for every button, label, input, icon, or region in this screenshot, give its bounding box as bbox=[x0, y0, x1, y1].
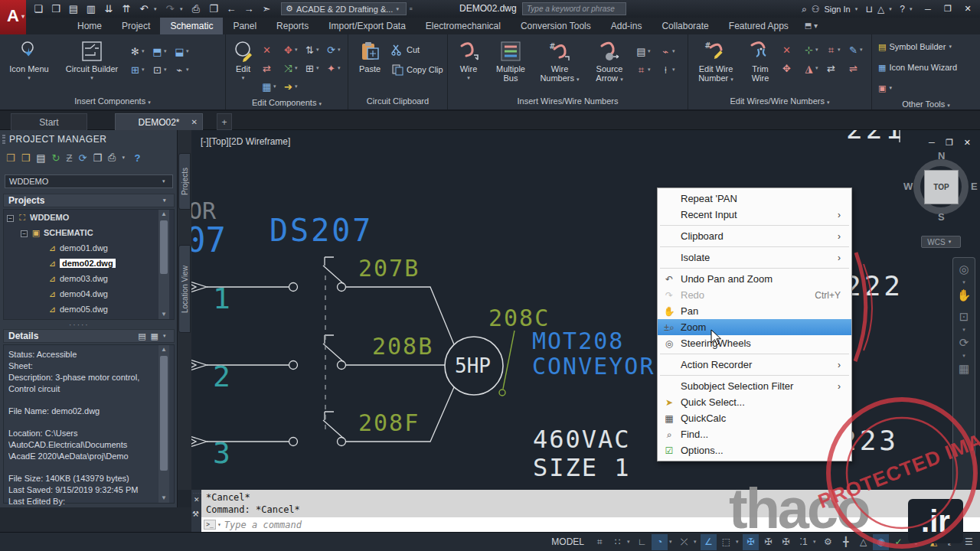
undo-caret-icon[interactable]: ▾ bbox=[154, 6, 160, 12]
chevron-down-icon[interactable]: ▾ bbox=[694, 539, 699, 545]
help-icon[interactable]: ? bbox=[900, 4, 905, 15]
cut-button[interactable]: Cut bbox=[391, 41, 443, 59]
revise-ladder-icon[interactable]: ⌗▾ bbox=[825, 41, 845, 59]
move-component-icon[interactable]: ✥▾ bbox=[282, 41, 302, 59]
tab-add-ins[interactable]: Add-ins bbox=[601, 18, 652, 34]
dot-tee-icon[interactable]: ⌗▾ bbox=[635, 60, 658, 79]
viewcube-east[interactable]: E bbox=[971, 181, 978, 192]
tab-project[interactable]: Project bbox=[112, 18, 160, 34]
ribbon-display-toggle-icon[interactable]: ⬒ ▾ bbox=[805, 18, 818, 34]
preview-view-icon[interactable]: ▦ bbox=[151, 330, 158, 342]
drawing-canvas[interactable]: [-][Top][2D Wireframe] ─ ❐ ✕ OR 07 DS207… bbox=[191, 130, 980, 490]
ortho-icon[interactable]: ∟ bbox=[634, 534, 650, 550]
align-icon[interactable]: ⟳▾ bbox=[325, 41, 345, 59]
menu-item-repeat-pan[interactable]: Repeat 'PAN bbox=[658, 191, 851, 207]
wire-numbers-button[interactable]: # Wire Numbers ▾ bbox=[535, 37, 584, 83]
other-tools-panel-label[interactable]: Other Tools ▾ bbox=[872, 97, 980, 112]
copy-clip-button[interactable]: Copy Clip bbox=[391, 60, 443, 79]
chevron-down-icon[interactable]: ▾ bbox=[962, 353, 965, 359]
multiple-bus-button[interactable]: Multiple Bus bbox=[489, 37, 532, 83]
icon-menu-wizard-button[interactable]: ▦ Icon Menu Wizard bbox=[878, 58, 957, 77]
minimize-button[interactable]: ─ bbox=[920, 5, 936, 14]
forward-icon[interactable]: → bbox=[241, 2, 256, 16]
tab-schematic[interactable]: Schematic bbox=[160, 18, 223, 34]
insert-plc-full-icon[interactable]: ⬒▾ bbox=[151, 42, 172, 60]
undo-icon[interactable]: ↶ bbox=[136, 2, 152, 16]
tab-demo02[interactable]: DEMO02* ✕ bbox=[115, 113, 203, 130]
restore-button[interactable]: ❐ bbox=[940, 4, 956, 14]
scroll-down-icon[interactable]: ▼ bbox=[158, 494, 169, 503]
tab-collaborate[interactable]: Collaborate bbox=[652, 18, 718, 34]
snap-mode-icon[interactable]: ∷ bbox=[609, 534, 626, 550]
minimize-button[interactable]: ─ bbox=[929, 138, 935, 148]
insert-plc-parametric-icon[interactable]: ⬓▾ bbox=[173, 42, 194, 60]
object-snap-tracking-icon[interactable]: ∠ bbox=[701, 534, 717, 550]
source-arrow-button[interactable]: Source Arrow ▾ bbox=[587, 37, 632, 83]
show-motion-icon[interactable]: ▦ bbox=[959, 362, 969, 376]
palette-splitter[interactable]: ····· bbox=[69, 321, 90, 329]
scrollbar-thumb[interactable] bbox=[160, 356, 168, 471]
zoom-extents-icon[interactable]: ⊡ bbox=[959, 310, 969, 324]
menu-item-find[interactable]: ⌕Find... bbox=[658, 426, 851, 442]
tab-home[interactable]: Home bbox=[67, 18, 112, 34]
customization-icon[interactable]: ☰ bbox=[961, 534, 977, 550]
autodesk-caret-icon[interactable]: ▾ bbox=[889, 6, 895, 12]
misc-tools-button[interactable]: ▣ ▾ bbox=[878, 79, 892, 97]
viewport-controls[interactable]: [-][Top][2D Wireframe] bbox=[201, 136, 290, 147]
viewcube-wcs-menu[interactable]: WCS ▾ bbox=[921, 236, 961, 248]
close-icon[interactable]: ✕ bbox=[194, 496, 200, 504]
edit-wires-panel-label[interactable]: Edit Wires/Wire Numbers ▾ bbox=[688, 94, 871, 109]
menu-item-isolate[interactable]: Isolate› bbox=[658, 249, 851, 266]
collapse-icon[interactable]: − bbox=[7, 215, 14, 222]
menu-item-pan[interactable]: ✋Pan bbox=[658, 303, 851, 319]
help-icon[interactable]: ? bbox=[134, 152, 140, 164]
polar-tracking-icon[interactable]: ◔ bbox=[652, 534, 668, 550]
details-scrollbar[interactable]: ▲ ▼ bbox=[158, 345, 169, 503]
plot-caret-icon[interactable]: ▾ bbox=[122, 155, 128, 161]
surfer-icon[interactable]: ✦▾ bbox=[325, 59, 345, 77]
tab-panel[interactable]: Panel bbox=[223, 18, 266, 34]
tree-node-schematic[interactable]: −▣SCHEMATIC bbox=[4, 225, 174, 240]
command-prompt-icon[interactable]: >_ bbox=[204, 520, 216, 530]
move-attribute-icon[interactable]: ➔▾ bbox=[282, 77, 302, 96]
sign-in-caret-icon[interactable]: ▾ bbox=[855, 6, 861, 12]
flip-wire-number-icon[interactable]: ◮▾ bbox=[802, 59, 823, 77]
trusted-dwg-icon[interactable]: ✓ bbox=[890, 534, 906, 550]
steering-wheel-icon[interactable]: ◎ bbox=[959, 262, 969, 276]
delete-wire-number-icon[interactable]: ✕ bbox=[780, 41, 801, 59]
toggle-nc-icon[interactable]: ⊞▾ bbox=[303, 59, 323, 77]
wire-gap-icon[interactable]: ⌁▾ bbox=[659, 42, 682, 60]
side-tab-projects[interactable]: Projects bbox=[178, 153, 191, 210]
hardware-acceleration-icon[interactable]: ◉ bbox=[873, 534, 889, 550]
plot-icon[interactable]: ⎙ bbox=[188, 2, 204, 16]
isometric-drafting-icon[interactable]: ⤫ bbox=[676, 534, 692, 550]
wire-type-icon[interactable]: ⍿▾ bbox=[659, 60, 682, 79]
insert-ladder-icon[interactable]: ▤▾ bbox=[635, 42, 658, 60]
icon-menu-button[interactable]: Icon Menu ▾ bbox=[3, 37, 55, 81]
scrollbar-thumb[interactable] bbox=[160, 220, 168, 274]
project-properties-icon[interactable]: ❒ bbox=[6, 152, 15, 164]
collapse-icon[interactable]: − bbox=[21, 230, 28, 237]
menu-item-action-recorder[interactable]: Action Recorder› bbox=[658, 357, 851, 373]
tree-file-demo02[interactable]: ⊿demo02.dwg bbox=[4, 256, 174, 271]
pan-icon[interactable]: ✋ bbox=[957, 289, 972, 302]
drawing-list-report-icon[interactable]: ❐ bbox=[93, 152, 102, 164]
search-input[interactable]: Type a keyword or phrase bbox=[522, 2, 626, 15]
grid-icon[interactable]: ⌗ bbox=[592, 534, 608, 550]
scroll-down-icon[interactable]: ▼ bbox=[158, 310, 169, 319]
active-project-select[interactable]: WDDEMO ▾ bbox=[5, 174, 173, 188]
multiple-insert-icon[interactable]: ✻▾ bbox=[129, 42, 149, 60]
insert-from-catalog-icon[interactable]: ⊡▾ bbox=[151, 60, 172, 79]
sheet-set-icon[interactable]: ❐ bbox=[206, 2, 221, 16]
viewcube-south[interactable]: S bbox=[938, 211, 945, 223]
insert-connector-icon[interactable]: ⌁▾ bbox=[173, 60, 194, 79]
insert-components-panel-label[interactable]: Insert Components ▾ bbox=[0, 94, 225, 109]
new-tab-button[interactable]: + bbox=[217, 113, 232, 130]
save-icon[interactable]: ▤ bbox=[66, 2, 81, 16]
viewcube-top-face[interactable]: TOP bbox=[924, 170, 959, 204]
render-icon[interactable]: ➣ bbox=[259, 2, 274, 16]
save-as-icon[interactable]: ▥ bbox=[83, 2, 99, 16]
delete-component-icon[interactable]: ✕ bbox=[260, 41, 280, 59]
edit-components-panel-label[interactable]: Edit Components ▾ bbox=[226, 96, 348, 111]
insert-terminal-icon[interactable]: ⊞▾ bbox=[129, 60, 149, 79]
